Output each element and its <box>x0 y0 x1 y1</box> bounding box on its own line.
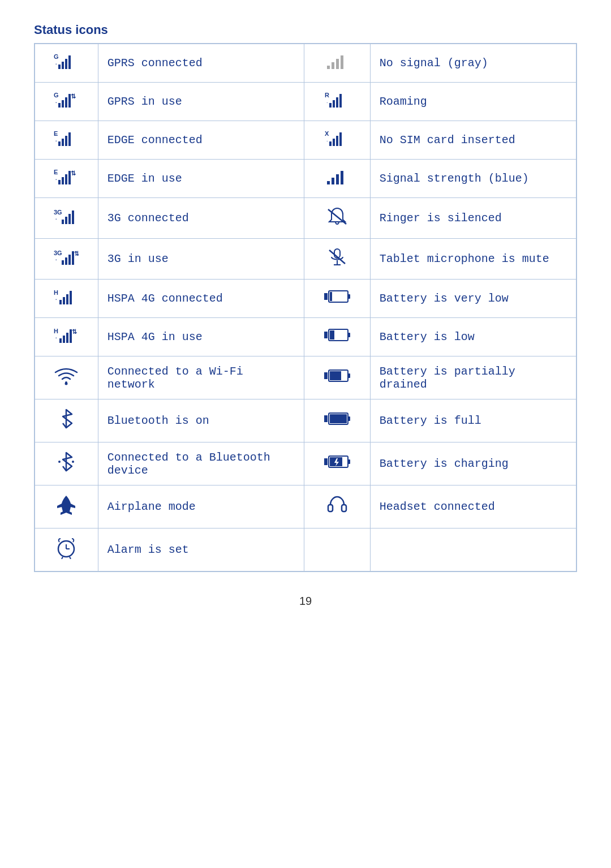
svg-text:.: . <box>55 215 57 221</box>
left-icon-edge-connected: E . <box>35 121 98 160</box>
left-icon-3g-use: 3G . ⇅ <box>35 239 98 280</box>
right-label-battery-partial: Battery is partially drained <box>370 356 576 399</box>
right-label-battery-charging: Battery is charging <box>370 442 576 485</box>
svg-rect-43 <box>332 178 334 184</box>
svg-text:.: . <box>55 60 57 66</box>
right-icon-mic-mute <box>304 239 370 280</box>
svg-rect-49 <box>65 217 67 224</box>
page-number: 19 <box>34 595 577 608</box>
svg-rect-26 <box>62 139 64 146</box>
left-icon-gprs-use: G . ⇅ <box>35 83 98 121</box>
left-icon-gprs-connected: G . <box>35 44 98 83</box>
svg-rect-44 <box>336 174 339 184</box>
svg-text:.: . <box>326 137 328 143</box>
svg-rect-67 <box>63 297 65 304</box>
svg-rect-81 <box>324 332 328 338</box>
svg-text:⇅: ⇅ <box>74 250 79 257</box>
svg-text:G: G <box>54 53 59 60</box>
left-icon-airplane <box>35 485 98 528</box>
svg-rect-6 <box>327 66 330 69</box>
svg-rect-14 <box>65 97 67 108</box>
table-row: H . HSPA 4G connected <box>35 280 576 318</box>
svg-rect-37 <box>58 180 61 184</box>
left-label-hspa-connected: HSPA 4G connected <box>98 280 304 318</box>
right-icon-signal-blue <box>304 160 370 198</box>
left-icon-bluetooth-connected <box>35 442 98 485</box>
svg-rect-31 <box>329 141 332 146</box>
table-row: 3G . ⇅ 3G in use <box>35 239 576 280</box>
left-icon-hspa-connected: H . <box>35 280 98 318</box>
left-icon-3g-connected: 3G . <box>35 198 98 239</box>
right-label-no-signal: No signal (gray) <box>370 44 576 83</box>
svg-rect-86 <box>324 372 328 379</box>
svg-text:.: . <box>55 334 57 340</box>
table-row: H . ⇅ HSPA 4G in use <box>35 318 576 356</box>
svg-rect-101 <box>342 505 346 512</box>
svg-rect-2 <box>58 65 61 69</box>
svg-rect-50 <box>68 214 71 224</box>
right-icon-ringer-silenced <box>304 198 370 239</box>
svg-rect-20 <box>333 100 335 108</box>
svg-text:.: . <box>55 137 57 143</box>
table-row: Bluetooth is on Battery is full <box>35 399 576 442</box>
svg-rect-38 <box>62 177 64 184</box>
svg-rect-96 <box>324 458 328 465</box>
svg-rect-73 <box>330 292 332 301</box>
right-icon-battery-charging <box>304 442 370 485</box>
left-label-3g-use: 3G in use <box>98 239 304 280</box>
svg-rect-9 <box>341 55 343 69</box>
left-icon-alarm <box>35 528 98 572</box>
svg-rect-27 <box>65 136 67 146</box>
left-icon-edge-use: E . ⇅ <box>35 160 98 198</box>
left-label-airplane: Airplane mode <box>98 485 304 528</box>
svg-text:R: R <box>325 92 329 98</box>
svg-text:.: . <box>55 175 57 181</box>
svg-rect-76 <box>59 338 62 343</box>
right-label-battery-low: Battery is low <box>370 318 576 356</box>
table-row: Connected to a Bluetooth device Battery … <box>35 442 576 485</box>
svg-rect-33 <box>336 136 338 146</box>
svg-rect-34 <box>339 132 342 146</box>
svg-point-94 <box>58 461 61 463</box>
svg-rect-25 <box>58 141 61 146</box>
svg-text:X: X <box>325 130 329 137</box>
svg-rect-56 <box>65 257 67 265</box>
svg-rect-19 <box>329 103 332 108</box>
svg-rect-21 <box>336 97 338 108</box>
svg-rect-32 <box>333 139 335 146</box>
svg-rect-48 <box>62 220 64 224</box>
svg-rect-89 <box>330 371 341 380</box>
right-icon-empty <box>304 528 370 572</box>
svg-rect-45 <box>341 171 343 184</box>
right-icon-battery-very-low <box>304 280 370 318</box>
table-row: Airplane mode Headset connected <box>35 485 576 528</box>
table-row: 3G . 3G connected Ringer is silenced <box>35 198 576 239</box>
right-label-signal-blue: Signal strength (blue) <box>370 160 576 198</box>
svg-rect-69 <box>70 291 72 304</box>
svg-rect-42 <box>327 181 330 184</box>
svg-rect-57 <box>68 255 71 265</box>
right-label-no-sim: No SIM card inserted <box>370 121 576 160</box>
right-label-headset: Headset connected <box>370 485 576 528</box>
left-label-gprs-use: GPRS in use <box>98 83 304 121</box>
right-label-ringer-silenced: Ringer is silenced <box>370 198 576 239</box>
svg-rect-51 <box>72 210 74 224</box>
table-row: G . GPRS connected No signal (gray) <box>35 44 576 83</box>
svg-rect-66 <box>59 300 62 304</box>
svg-rect-72 <box>348 294 350 299</box>
left-label-3g-connected: 3G connected <box>98 198 304 239</box>
svg-rect-93 <box>330 414 347 423</box>
svg-point-85 <box>65 383 68 385</box>
left-icon-bluetooth <box>35 399 98 442</box>
svg-text:G: G <box>54 92 59 98</box>
left-label-bluetooth: Bluetooth is on <box>98 399 304 442</box>
right-label-battery-full: Battery is full <box>370 399 576 442</box>
left-label-hspa-use: HSPA 4G in use <box>98 318 304 356</box>
svg-rect-90 <box>324 415 328 422</box>
svg-rect-39 <box>65 174 67 184</box>
svg-rect-88 <box>348 373 350 378</box>
svg-rect-55 <box>62 260 64 265</box>
status-icons-table: G . GPRS connected No signal (gray) <box>34 43 577 572</box>
right-icon-battery-full <box>304 399 370 442</box>
svg-text:⇅: ⇅ <box>71 170 76 177</box>
